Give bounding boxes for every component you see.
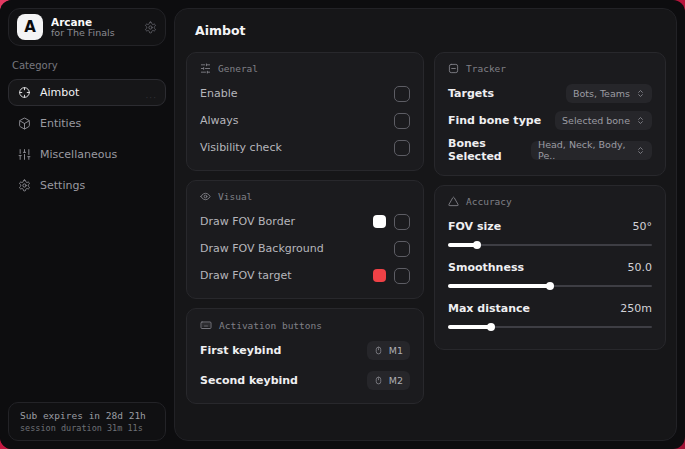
find-bone-type-dropdown[interactable]: Selected bone [555, 111, 652, 130]
setting-row-max-distance: Max distance 250m [448, 298, 652, 319]
sliders-horizontal-icon [200, 63, 211, 74]
slider-fill [448, 325, 491, 329]
setting-label: Smoothness [448, 261, 524, 274]
brand-text: Arcane for The Finals [51, 16, 136, 39]
left-column: General Enable Always Visibility check [186, 52, 424, 404]
crosshair-icon [18, 86, 31, 99]
sidebar-item-entities[interactable]: Entities [8, 110, 166, 137]
mouse-icon [374, 376, 383, 385]
tracker-section-header: Tracker [448, 63, 652, 74]
visual-section: Visual Draw FOV Border Draw FOV Backgrou… [186, 180, 424, 299]
targets-dropdown[interactable]: Bots, Teams [566, 84, 652, 103]
keybind-value: M2 [389, 375, 403, 386]
sidebar-item-miscellaneous[interactable]: Miscellaneous [8, 141, 166, 168]
smoothness-slider[interactable] [448, 280, 652, 292]
general-section: General Enable Always Visibility check [186, 52, 424, 171]
tracker-section: Tracker Targets Bots, Teams Find bone ty… [434, 52, 666, 176]
section-title: Visual [218, 191, 252, 202]
dropdown-value: Head, Neck, Body, Pe.. [538, 139, 630, 161]
slider-track [448, 326, 652, 328]
second-keybind-button[interactable]: M2 [367, 371, 410, 390]
slider-fill [448, 243, 477, 247]
sliders-icon [18, 148, 31, 161]
sidebar-item-settings[interactable]: Settings [8, 172, 166, 199]
setting-label: Enable [200, 87, 237, 100]
visibility-check-checkbox[interactable] [394, 140, 410, 156]
setting-row-fov-target: Draw FOV target [200, 265, 410, 286]
setting-row-visibility-check: Visibility check [200, 137, 410, 158]
nav-hint: ··· [145, 93, 157, 103]
setting-label: Always [200, 114, 239, 127]
fov-border-checkbox[interactable] [394, 214, 410, 230]
dropdown-value: Selected bone [562, 115, 630, 126]
brand-logo: A [17, 14, 43, 40]
accuracy-section-header: Accuracy [448, 196, 652, 207]
first-keybind-button[interactable]: M1 [367, 341, 410, 360]
triangle-icon [448, 196, 459, 207]
setting-row-always: Always [200, 110, 410, 131]
setting-label: First keybind [200, 344, 281, 357]
setting-row-first-keybind: First keybind M1 [200, 340, 410, 361]
chevrons-up-down-icon [636, 116, 645, 125]
setting-label: Draw FOV Background [200, 242, 324, 255]
setting-label: Visibility check [200, 141, 282, 154]
slider-thumb[interactable] [546, 282, 554, 290]
fov-size-value: 50° [633, 220, 653, 233]
activation-section-header: Activation buttons [200, 319, 410, 331]
page-title: Aimbot [175, 9, 676, 38]
bones-selected-dropdown[interactable]: Head, Neck, Body, Pe.. [531, 141, 652, 160]
color-swatch-white[interactable] [373, 215, 386, 228]
fov-background-checkbox[interactable] [394, 241, 410, 257]
setting-label: Targets [448, 87, 494, 100]
sidebar-item-label: Entities [40, 117, 81, 130]
sidebar-item-label: Aimbot [40, 86, 79, 99]
setting-label: Max distance [448, 302, 530, 315]
app-window: A Arcane for The Finals Category Aimbot … [0, 0, 685, 449]
slider-thumb[interactable] [473, 241, 481, 249]
subscription-info-card: Sub expires in 28d 21h session duration … [8, 402, 166, 441]
box-icon [18, 117, 31, 130]
keyboard-icon [200, 319, 212, 331]
sidebar-item-aimbot[interactable]: Aimbot ··· [8, 79, 166, 106]
visual-section-header: Visual [200, 191, 410, 202]
session-duration-text: session duration 31m 11s [20, 423, 154, 433]
always-checkbox[interactable] [394, 113, 410, 129]
setting-row-second-keybind: Second keybind M2 [200, 370, 410, 391]
brand-card: A Arcane for The Finals [8, 8, 166, 46]
accuracy-section: Accuracy FOV size 50° S [434, 185, 666, 350]
setting-label: Draw FOV Border [200, 215, 295, 228]
setting-row-targets: Targets Bots, Teams [448, 83, 652, 104]
main-panel: Aimbot General Enable [174, 8, 677, 441]
sidebar-item-label: Settings [40, 179, 85, 192]
sidebar-item-label: Miscellaneous [40, 148, 117, 161]
setting-label: Second keybind [200, 374, 298, 387]
fov-size-slider[interactable] [448, 239, 652, 251]
category-label: Category [12, 60, 166, 71]
setting-row-enable: Enable [200, 83, 410, 104]
setting-label: Bones Selected [448, 137, 531, 163]
enable-checkbox[interactable] [394, 86, 410, 102]
slider-track [448, 244, 652, 246]
right-column: Tracker Targets Bots, Teams Find bone ty… [434, 52, 666, 350]
setting-row-fov-border: Draw FOV Border [200, 211, 410, 232]
setting-label: Draw FOV target [200, 269, 292, 282]
keybind-value: M1 [389, 345, 403, 356]
general-section-header: General [200, 63, 410, 74]
slider-thumb[interactable] [487, 323, 495, 331]
mouse-icon [374, 346, 383, 355]
setting-row-smoothness: Smoothness 50.0 [448, 257, 652, 278]
setting-row-fov-size: FOV size 50° [448, 216, 652, 237]
chevrons-up-down-icon [636, 146, 645, 155]
max-distance-slider[interactable] [448, 321, 652, 333]
smoothness-value: 50.0 [628, 261, 653, 274]
eye-icon [200, 191, 211, 202]
sidebar-nav: Aimbot ··· Entities Miscellaneous Se [8, 79, 166, 199]
section-title: General [218, 63, 258, 74]
section-title: Accuracy [466, 196, 512, 207]
sub-expiry-text: Sub expires in 28d 21h [20, 410, 154, 421]
color-swatch-red[interactable] [373, 269, 386, 282]
setting-row-bones-selected: Bones Selected Head, Neck, Body, Pe.. [448, 137, 652, 163]
gear-icon[interactable] [144, 21, 157, 34]
setting-label: FOV size [448, 220, 501, 233]
fov-target-checkbox[interactable] [394, 268, 410, 284]
